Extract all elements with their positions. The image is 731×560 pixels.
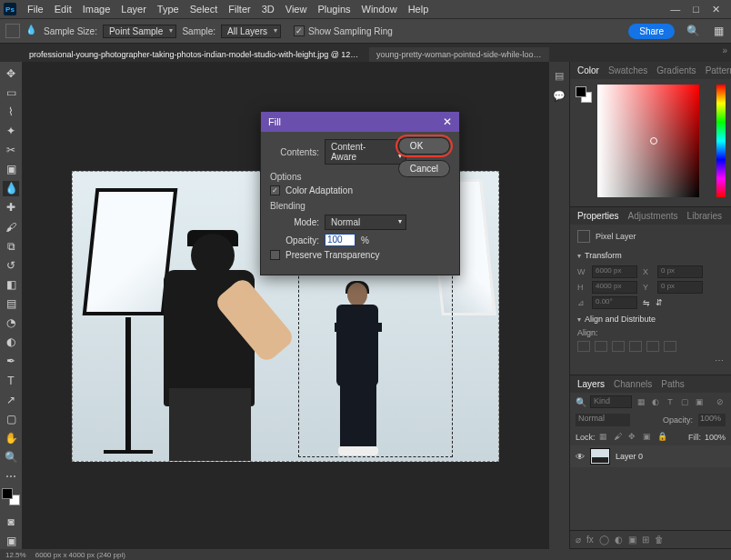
- tab-inactive[interactable]: young-pretty-woman-pointed-side-while-lo…: [369, 47, 549, 62]
- lock-trans-icon[interactable]: ▦: [599, 432, 610, 443]
- zoom-level[interactable]: 12.5%: [5, 551, 26, 559]
- quickmask-icon[interactable]: ◙: [3, 515, 19, 530]
- doc-info[interactable]: 6000 px x 4000 px (240 ppi): [35, 551, 125, 559]
- sample-select[interactable]: All Layers: [221, 25, 281, 38]
- filter-pixel-icon[interactable]: ▦: [636, 396, 646, 407]
- lock-all-icon[interactable]: 🔒: [657, 432, 668, 443]
- x-field[interactable]: 0 px: [657, 265, 703, 278]
- edit-toolbar-icon[interactable]: ⋯: [3, 469, 19, 485]
- color-swatch[interactable]: [2, 488, 20, 505]
- filter-type-icon[interactable]: T: [665, 396, 676, 407]
- heal-tool-icon[interactable]: ✚: [3, 200, 19, 215]
- align-section[interactable]: Align and Distribute: [577, 312, 724, 326]
- tab-patterns[interactable]: Patterns: [706, 65, 731, 75]
- filter-icon[interactable]: 🔍: [576, 397, 586, 407]
- screenmode-icon[interactable]: ▣: [3, 534, 19, 549]
- menu-window[interactable]: Window: [356, 4, 403, 15]
- color-picker[interactable]: [570, 79, 731, 206]
- eyedropper-tool-icon[interactable]: 💧: [3, 181, 19, 196]
- brush-tool-icon[interactable]: 🖌: [3, 219, 19, 235]
- layer-name[interactable]: Layer 0: [616, 452, 643, 461]
- angle-field[interactable]: 0.00°: [592, 296, 637, 309]
- dialog-titlebar[interactable]: Fill ✕: [261, 112, 459, 132]
- show-sampling-ring[interactable]: ✓ Show Sampling Ring: [294, 25, 393, 36]
- type-tool-icon[interactable]: T: [3, 373, 19, 388]
- tab-libraries[interactable]: Libraries: [687, 211, 722, 221]
- stamp-tool-icon[interactable]: ⧉: [3, 238, 19, 254]
- dodge-tool-icon[interactable]: ◐: [3, 335, 19, 350]
- wand-tool-icon[interactable]: ✦: [3, 123, 19, 138]
- home-icon[interactable]: [5, 24, 20, 38]
- marquee-tool-icon[interactable]: ▭: [3, 85, 19, 100]
- menu-layer[interactable]: Layer: [115, 4, 152, 15]
- blend-mode-select[interactable]: Normal: [576, 414, 630, 426]
- tab-active[interactable]: professional-young-photographer-taking-p…: [22, 47, 367, 62]
- width-field[interactable]: 6000 px: [592, 265, 637, 278]
- path-tool-icon[interactable]: ↗: [3, 392, 19, 407]
- minimize-icon[interactable]: —: [670, 4, 680, 15]
- menu-help[interactable]: Help: [403, 4, 435, 15]
- lasso-tool-icon[interactable]: ⌇: [3, 104, 19, 119]
- align-vcenter-icon[interactable]: [646, 341, 659, 352]
- fill-field[interactable]: 100%: [705, 433, 726, 442]
- tab-channels[interactable]: Channels: [614, 379, 652, 389]
- pen-tool-icon[interactable]: ✒: [3, 354, 19, 369]
- dialog-close-icon[interactable]: ✕: [443, 115, 452, 128]
- filter-smart-icon[interactable]: ▣: [694, 396, 705, 407]
- menu-image[interactable]: Image: [77, 4, 116, 15]
- height-field[interactable]: 4000 px: [592, 281, 637, 294]
- gradient-tool-icon[interactable]: ▤: [3, 296, 19, 312]
- tab-gradients[interactable]: Gradients: [656, 65, 696, 75]
- tab-swatches[interactable]: Swatches: [608, 65, 647, 75]
- tab-color[interactable]: Color: [577, 65, 599, 75]
- lock-pos-icon[interactable]: ✥: [628, 432, 639, 443]
- tab-scroll-icon[interactable]: »: [722, 45, 727, 55]
- cancel-button[interactable]: Cancel: [398, 160, 450, 177]
- menu-3d[interactable]: 3D: [256, 4, 280, 15]
- layer-row[interactable]: 👁 Layer 0: [570, 445, 731, 467]
- new-layer-icon[interactable]: ⊞: [642, 535, 649, 545]
- transform-section[interactable]: Transform: [577, 248, 724, 263]
- frame-tool-icon[interactable]: ▣: [3, 162, 19, 177]
- zoom-tool-icon[interactable]: 🔍: [3, 450, 19, 465]
- menu-view[interactable]: View: [280, 4, 313, 15]
- ok-button[interactable]: OK: [398, 137, 450, 155]
- mode-select[interactable]: Normal: [325, 215, 406, 230]
- menu-type[interactable]: Type: [152, 4, 185, 15]
- opacity-field[interactable]: 100%: [698, 414, 726, 426]
- sample-size-select[interactable]: Point Sample: [103, 25, 176, 38]
- preserve-transparency-checkbox[interactable]: Preserve Transparency: [270, 250, 450, 260]
- y-field[interactable]: 0 px: [657, 281, 703, 294]
- tab-layers[interactable]: Layers: [577, 379, 605, 389]
- lock-nest-icon[interactable]: ▣: [643, 432, 654, 443]
- menu-select[interactable]: Select: [185, 4, 224, 15]
- align-left-icon[interactable]: [577, 341, 590, 352]
- close-icon[interactable]: ✕: [712, 4, 720, 15]
- color-adaptation-checkbox[interactable]: ✓ Color Adaptation: [270, 185, 450, 195]
- menu-filter[interactable]: Filter: [223, 4, 255, 15]
- share-button[interactable]: Share: [628, 24, 675, 39]
- history-brush-icon[interactable]: ↺: [3, 257, 19, 273]
- group-icon[interactable]: ▣: [628, 535, 636, 545]
- tab-properties[interactable]: Properties: [577, 211, 619, 221]
- hue-slider[interactable]: [716, 85, 726, 197]
- flip-h-icon[interactable]: ⇋: [643, 298, 650, 307]
- align-right-icon[interactable]: [612, 341, 625, 352]
- align-hcenter-icon[interactable]: [595, 341, 607, 352]
- filter-toggle-icon[interactable]: ⊘: [715, 396, 726, 407]
- hand-tool-icon[interactable]: ✋: [3, 430, 19, 445]
- tab-paths[interactable]: Paths: [661, 379, 685, 389]
- fill-adj-icon[interactable]: ◐: [615, 535, 623, 545]
- mask-icon[interactable]: ◯: [599, 535, 609, 545]
- filter-shape-icon[interactable]: ▢: [679, 396, 690, 407]
- align-top-icon[interactable]: [629, 341, 642, 352]
- search-icon[interactable]: 🔍: [686, 24, 700, 38]
- contents-select[interactable]: Content-Aware: [325, 139, 406, 165]
- delete-icon[interactable]: 🗑: [655, 535, 664, 545]
- blur-tool-icon[interactable]: ◔: [3, 315, 19, 331]
- layer-thumbnail[interactable]: [590, 448, 610, 465]
- workspace-icon[interactable]: ▦: [711, 24, 726, 38]
- comments-panel-icon[interactable]: 💬: [553, 89, 566, 102]
- more-options-icon[interactable]: ⋯: [715, 355, 724, 365]
- link-layers-icon[interactable]: ⌀: [576, 535, 581, 545]
